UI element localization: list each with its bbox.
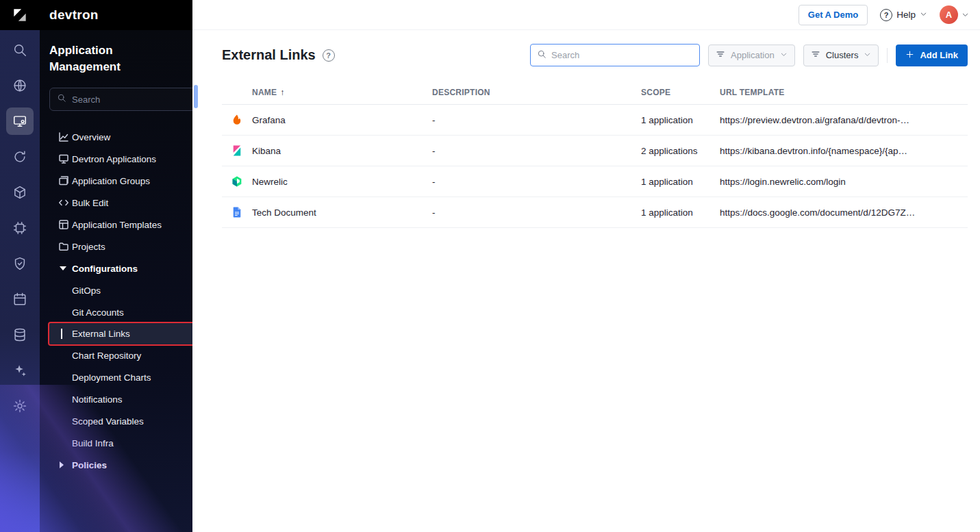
globe-icon[interactable] (6, 72, 34, 99)
link-description: - (432, 115, 641, 125)
clusters-filter-dropdown[interactable]: Clusters (803, 45, 879, 66)
link-description: - (432, 146, 641, 156)
sidebar-item-devtron-applications[interactable]: Devtron Applications (40, 148, 192, 170)
kibana-icon (230, 144, 244, 157)
link-name: Tech Document (252, 207, 316, 218)
column-header-url-template: URL TEMPLATE (720, 88, 968, 97)
search-icon (537, 49, 546, 62)
jobs-icon[interactable] (6, 143, 34, 170)
filter-icon (716, 49, 725, 61)
link-url: https://login.newrelic.com/login (720, 177, 968, 187)
table-row[interactable]: Kibana - 2 applications https://kibana.d… (222, 136, 968, 166)
code-icon (58, 197, 69, 208)
external-links-table: NAME ↑ DESCRIPTION SCOPE URL TEMPLATE Gr… (222, 80, 968, 228)
sidebar-search-input[interactable] (72, 94, 192, 105)
sidebar-title: Application Management (49, 42, 152, 75)
links-search-input[interactable] (551, 50, 693, 60)
search-icon[interactable] (6, 36, 34, 64)
links-search[interactable] (530, 44, 700, 66)
toolbar-divider (887, 48, 888, 63)
sidebar-item-build-infra[interactable]: Build Infra (40, 432, 192, 454)
search-icon (57, 93, 66, 105)
link-description: - (432, 177, 641, 187)
scrollbar-thumb[interactable] (194, 85, 198, 108)
window-stack-icon (58, 175, 69, 186)
table-row[interactable]: Tech Document - 1 application https://do… (222, 197, 968, 228)
link-url: https://docs.google.com/document/d/12DG7… (720, 207, 968, 218)
column-header-description: DESCRIPTION (432, 88, 641, 97)
sidebar-item-configurations[interactable]: Configurations (40, 257, 192, 279)
application-filter-dropdown[interactable]: Application (708, 45, 795, 66)
sidebar-item-gitops[interactable]: GitOps (40, 279, 192, 301)
table-row[interactable]: Newrelic - 1 application https://login.n… (222, 166, 968, 197)
help-question-icon: ? (880, 9, 892, 21)
link-name: Grafana (252, 115, 286, 125)
newrelic-icon (230, 175, 244, 188)
stack-database-icon[interactable] (6, 321, 34, 349)
page-title: External Links (222, 47, 316, 63)
sidebar-nav: Overview Devtron Applications Applicatio… (40, 126, 192, 476)
application-management-icon[interactable] (6, 107, 34, 135)
sidebar-item-git-accounts[interactable]: Git Accounts (40, 301, 192, 323)
sidebar-item-application-groups[interactable]: Application Groups (40, 170, 192, 192)
title-help-icon[interactable]: ? (323, 49, 335, 62)
sidebar-search[interactable] (49, 88, 192, 111)
gdoc-icon (230, 205, 244, 219)
chevron-down-icon (780, 50, 788, 60)
security-shield-icon[interactable] (6, 250, 34, 277)
topbar: Get A Demo ? Help A (192, 0, 980, 30)
link-description: - (432, 207, 641, 218)
releases-icon[interactable] (6, 214, 34, 242)
clusters-filter-label: Clusters (826, 50, 859, 60)
app-root: devtron (0, 0, 980, 532)
get-a-demo-button[interactable]: Get A Demo (799, 5, 868, 25)
packages-icon[interactable] (6, 179, 34, 206)
main-content: Get A Demo ? Help A External Links ? (192, 0, 980, 532)
page-header: External Links ? Application (222, 44, 968, 66)
filter-icon (811, 49, 820, 61)
sidebar-item-deployment-charts[interactable]: Deployment Charts (40, 366, 192, 388)
sort-asc-icon: ↑ (280, 88, 284, 97)
chevron-down-icon (920, 10, 927, 20)
template-icon (58, 219, 69, 230)
link-url: https://kibana.devtron.info/{namespace}/… (720, 146, 968, 156)
link-name: Kibana (252, 146, 281, 156)
grafana-icon (230, 113, 244, 127)
sidebar-item-application-templates[interactable]: Application Templates (40, 214, 192, 236)
chevron-down-icon (962, 9, 969, 21)
link-scope: 2 applications (641, 146, 720, 156)
help-menu[interactable]: ? Help (880, 9, 927, 21)
caret-down-icon (60, 266, 66, 270)
icon-rail (0, 30, 40, 532)
devtron-logo-icon[interactable] (0, 6, 40, 24)
user-menu[interactable]: A (940, 5, 969, 24)
sparkles-ai-icon[interactable] (6, 357, 34, 384)
link-name: Newrelic (252, 177, 288, 187)
add-link-button[interactable]: Add Link (896, 45, 968, 66)
sidebar-item-policies[interactable]: Policies (40, 454, 192, 476)
sidebar-item-chart-repository[interactable]: Chart Repository (40, 344, 192, 366)
brand-row: devtron (0, 0, 192, 30)
brand-name: devtron (49, 8, 99, 23)
chevron-down-icon (864, 50, 871, 60)
application-filter-label: Application (731, 50, 775, 60)
link-scope: 1 application (641, 207, 720, 218)
page-body: External Links ? Application (192, 30, 980, 532)
sidebar-item-bulk-edit[interactable]: Bulk Edit (40, 192, 192, 214)
chart-line-icon (58, 131, 69, 142)
sidebar-item-scoped-variables[interactable]: Scoped Variables (40, 410, 192, 432)
column-header-scope: SCOPE (641, 88, 720, 97)
table-row[interactable]: Grafana - 1 application https://preview.… (222, 105, 968, 136)
link-scope: 1 application (641, 115, 720, 125)
link-url: https://preview.devtron.ai/grafana/d/dev… (720, 115, 968, 125)
settings-gear-icon[interactable] (6, 392, 34, 420)
sidebar-item-overview[interactable]: Overview (40, 126, 192, 148)
avatar: A (940, 5, 958, 24)
page-controls: Application Clusters Add Link (530, 44, 968, 66)
sidebar-item-notifications[interactable]: Notifications (40, 388, 192, 410)
caret-right-icon (60, 461, 64, 468)
calendar-icon[interactable] (6, 286, 34, 313)
sidebar-item-external-links[interactable]: External Links (49, 323, 192, 344)
column-header-name[interactable]: NAME ↑ (222, 88, 432, 97)
sidebar-item-projects[interactable]: Projects (40, 236, 192, 257)
